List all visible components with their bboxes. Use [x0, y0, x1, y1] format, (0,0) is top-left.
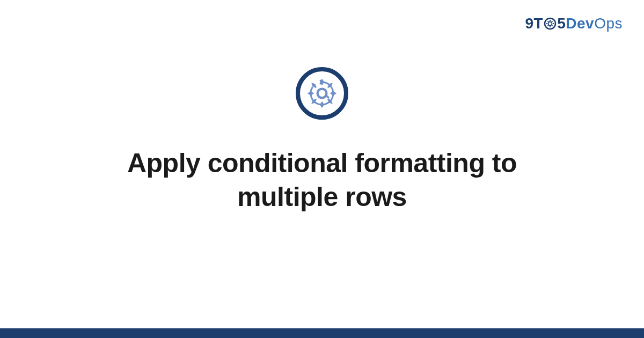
main-content: Apply conditional formatting to multiple…	[0, 67, 644, 214]
gear-icon	[544, 17, 557, 30]
logo-text-dev: Dev	[566, 15, 594, 32]
logo-text-5: 5	[557, 15, 566, 32]
page-title: Apply conditional formatting to multiple…	[75, 146, 569, 214]
svg-point-1	[548, 22, 552, 26]
logo-text-9t: 9T	[525, 15, 544, 32]
brand-logo: 9T 5 Dev Ops	[525, 15, 623, 32]
logo-text-ops: Ops	[594, 15, 623, 32]
svg-point-3	[318, 89, 326, 98]
gear-circle-icon	[296, 67, 348, 120]
footer-accent-bar	[0, 328, 644, 338]
